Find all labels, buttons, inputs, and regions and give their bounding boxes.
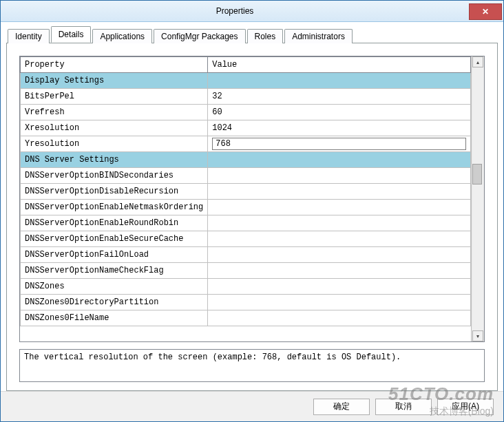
property-name-cell[interactable]: DNSZones (21, 279, 208, 295)
apply-button[interactable]: 应用(A) (437, 399, 494, 415)
chevron-up-icon: ▴ (476, 59, 479, 65)
property-row: DNSZones (21, 279, 471, 295)
property-name-cell: Display Settings (21, 73, 208, 89)
cancel-button[interactable]: 取消 (375, 399, 432, 415)
property-grid: Property Value Display SettingsBitsPerPe… (20, 56, 471, 341)
property-value-cell[interactable] (208, 247, 471, 263)
property-name-cell[interactable]: DNSServerOptionFailOnLoad (21, 247, 208, 263)
property-value-cell[interactable] (208, 168, 471, 184)
property-name-cell[interactable]: DNSServerOptionDisableRecursion (21, 184, 208, 200)
property-value-cell (208, 152, 471, 168)
property-row: DNSServerOptionFailOnLoad (21, 247, 471, 263)
property-value-cell[interactable] (208, 295, 471, 310)
dialog-button-bar: 确定 取消 应用(A) 51CTO.com 技术博客(Blog) (1, 391, 503, 421)
property-name-cell[interactable]: DNSServerOptionBINDSecondaries (21, 168, 208, 184)
scroll-track[interactable] (472, 67, 483, 330)
property-value-cell (208, 73, 471, 89)
property-value-cell[interactable] (208, 215, 471, 231)
property-row: DNSServerOptionEnableRoundRobin (21, 215, 471, 231)
property-row: DNSServerOptionNameCheckFlag (21, 263, 471, 279)
tab-identity[interactable]: Identity (8, 29, 50, 43)
chevron-down-icon: ▾ (476, 333, 479, 339)
tab-roles[interactable]: Roles (247, 29, 284, 43)
section-row: DNS Server Settings (21, 152, 471, 168)
property-name-cell[interactable]: Yresolution (21, 136, 208, 152)
property-help-text: The vertical resolution of the screen (e… (19, 349, 485, 382)
property-name-cell[interactable]: DNSServerOptionEnableNetmaskOrdering (21, 200, 208, 215)
property-row: DNSServerOptionEnableSecureCache (21, 231, 471, 247)
property-name-cell[interactable]: BitsPerPel (21, 89, 208, 105)
property-value-cell[interactable] (208, 200, 471, 215)
titlebar: Properties ✕ (1, 1, 503, 22)
scroll-up-button[interactable]: ▴ (472, 56, 483, 67)
property-value-cell[interactable]: 1024 (208, 120, 471, 136)
property-name-cell[interactable]: DNSZones0FileName (21, 310, 208, 326)
property-row: DNSZones0DirectoryPartition (21, 295, 471, 310)
col-header-value[interactable]: Value (208, 57, 471, 73)
property-name-cell[interactable]: DNSZones0DirectoryPartition (21, 295, 208, 310)
titlebar-title: Properties (1, 6, 469, 16)
property-row: DNSServerOptionEnableNetmaskOrdering (21, 200, 471, 215)
property-row: BitsPerPel32 (21, 89, 471, 105)
vertical-scrollbar[interactable]: ▴ ▾ (471, 56, 484, 341)
property-row: Xresolution1024 (21, 120, 471, 136)
property-row: DNSServerOptionBINDSecondaries (21, 168, 471, 184)
property-row: DNSServerOptionDisableRecursion (21, 184, 471, 200)
tab-details[interactable]: Details (51, 26, 92, 43)
property-value-cell[interactable]: 60 (208, 105, 471, 120)
properties-dialog: Properties ✕ IdentityDetailsApplications… (0, 0, 504, 422)
scroll-thumb[interactable] (472, 164, 482, 184)
property-name-cell: DNS Server Settings (21, 152, 208, 168)
ok-button[interactable]: 确定 (313, 399, 370, 415)
tab-strip: IdentityDetailsApplicationsConfigMgr Pac… (8, 28, 498, 43)
col-header-property[interactable]: Property (21, 57, 208, 73)
content-area: IdentityDetailsApplicationsConfigMgr Pac… (1, 22, 503, 391)
property-value-cell[interactable] (208, 279, 471, 295)
section-row: Display Settings (21, 73, 471, 89)
scroll-down-button[interactable]: ▾ (472, 330, 483, 341)
close-icon: ✕ (482, 7, 489, 17)
tab-applications[interactable]: Applications (92, 29, 152, 43)
property-row: DNSZones0FileName (21, 310, 471, 326)
property-grid-wrap: Property Value Display SettingsBitsPerPe… (19, 56, 485, 342)
property-value-cell[interactable] (208, 136, 471, 152)
property-table: Property Value Display SettingsBitsPerPe… (20, 56, 471, 326)
property-name-cell[interactable]: Vrefresh (21, 105, 208, 120)
property-name-cell[interactable]: Xresolution (21, 120, 208, 136)
property-value-input[interactable] (212, 138, 466, 150)
property-value-cell[interactable] (208, 263, 471, 279)
tab-panel-details: Property Value Display SettingsBitsPerPe… (6, 43, 498, 391)
tab-configmgr-packages[interactable]: ConfigMgr Packages (154, 29, 245, 43)
property-table-header-row: Property Value (21, 57, 471, 73)
property-value-cell[interactable] (208, 184, 471, 200)
tab-administrators[interactable]: Administrators (284, 29, 353, 43)
property-name-cell[interactable]: DNSServerOptionNameCheckFlag (21, 263, 208, 279)
property-row: Yresolution (21, 136, 471, 152)
property-value-cell[interactable] (208, 310, 471, 326)
property-value-cell[interactable] (208, 231, 471, 247)
property-row: Vrefresh60 (21, 105, 471, 120)
property-name-cell[interactable]: DNSServerOptionEnableSecureCache (21, 231, 208, 247)
close-button[interactable]: ✕ (469, 3, 502, 20)
property-name-cell[interactable]: DNSServerOptionEnableRoundRobin (21, 215, 208, 231)
property-value-cell[interactable]: 32 (208, 89, 471, 105)
